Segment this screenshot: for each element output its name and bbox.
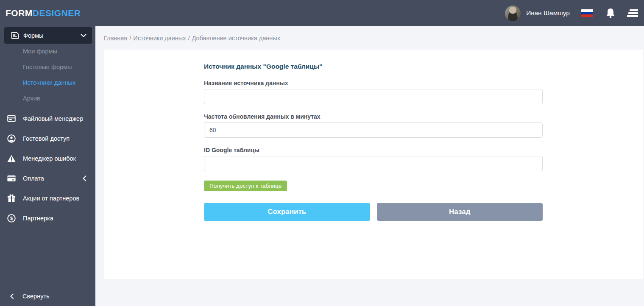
page-title: Источник данных "Google таблицы" (204, 63, 543, 70)
sidebar-item-label: Партнерка (23, 215, 53, 222)
chevron-down-icon (81, 33, 86, 37)
save-button[interactable]: Сохранить (204, 203, 370, 221)
forms-submenu: Мои формы Гостевые формы Источники данны… (0, 44, 95, 106)
sidebar-subitem-my-forms[interactable]: Мои формы (0, 44, 95, 59)
gift-icon (7, 194, 16, 202)
breadcrumb-link-data-sources[interactable]: Источники данных (133, 35, 186, 42)
file-manager-icon (7, 115, 16, 122)
sidebar: Формы Мои формы Гостевые формы Источники… (0, 26, 95, 306)
sidebar-item-label: Файловый менеджер (23, 115, 83, 122)
field-label-refresh-rate: Частота обновления данных в минутах (204, 113, 543, 120)
topbar-right-cluster: Иван Шамшур (505, 6, 644, 21)
sidebar-item-label: Акции от партнеров (23, 195, 79, 202)
source-name-input[interactable] (204, 89, 543, 104)
hamburger-menu-icon[interactable] (627, 9, 638, 17)
error-manager-icon (7, 155, 16, 162)
sidebar-item-error-manager[interactable]: Менеджер ошибок (0, 148, 95, 168)
chevron-left-icon (83, 175, 86, 181)
breadcrumb-current: Добавление источника данных (192, 35, 280, 42)
form-card: Источник данных "Google таблицы" Названи… (104, 50, 643, 279)
language-flag-russia[interactable] (581, 9, 593, 17)
notifications-bell-icon[interactable] (606, 8, 615, 19)
field-label-google-sheet-id: ID Google таблицы (204, 147, 543, 153)
refresh-rate-input[interactable] (204, 122, 543, 138)
affiliate-dollar-icon: $ (7, 214, 16, 223)
sidebar-item-label: Оплата (23, 175, 44, 182)
sidebar-item-payment[interactable]: Оплата (0, 168, 95, 188)
sidebar-item-partner-promos[interactable]: Акции от партнеров (0, 188, 95, 208)
sidebar-item-label: Гостевой доступ (23, 135, 70, 142)
breadcrumb-link-home[interactable]: Главная (104, 35, 127, 42)
field-label-source-name: Название источника данных (204, 80, 543, 86)
form-actions: Сохранить Назад (204, 203, 543, 221)
app-logo[interactable]: FORMDESIGNER (6, 8, 81, 18)
google-sheet-id-input[interactable] (204, 156, 543, 171)
sidebar-subitem-archive[interactable]: Архив (0, 91, 95, 106)
sidebar-item-guest-access[interactable]: Гостевой доступ (0, 128, 95, 148)
user-avatar[interactable] (505, 6, 521, 21)
sidebar-items: Файловый менеджер Гостевой доступ Ме (0, 108, 95, 228)
sidebar-item-file-manager[interactable]: Файловый менеджер (0, 108, 95, 128)
sidebar-item-label: Формы (23, 32, 44, 39)
sidebar-subitem-guest-forms[interactable]: Гостевые формы (0, 59, 95, 75)
flag-stripe-red (581, 14, 593, 17)
collapse-label: Свернуть (22, 293, 50, 300)
sidebar-collapse-button[interactable]: Свернуть (0, 286, 95, 306)
main-content: Главная/Источники данных/Добавление исто… (95, 26, 644, 306)
breadcrumb-separator: / (129, 35, 131, 42)
sidebar-item-label: Менеджер ошибок (23, 155, 76, 162)
guest-access-icon (7, 134, 16, 143)
sidebar-subitem-data-sources[interactable]: Источники данных (0, 75, 95, 91)
logo-text-designer: DESIGNER (33, 8, 81, 18)
logo-text-form: FORM (6, 8, 33, 18)
payment-card-icon (7, 175, 16, 182)
breadcrumb: Главная/Источники данных/Добавление исто… (95, 26, 644, 50)
sidebar-item-forms[interactable]: Формы (4, 27, 92, 44)
chevron-left-icon (10, 293, 14, 299)
user-name[interactable]: Иван Шамшур (526, 9, 570, 17)
breadcrumb-separator: / (188, 35, 190, 42)
form-icon (11, 32, 19, 39)
back-button[interactable]: Назад (377, 203, 543, 221)
topbar: FORMDESIGNER Иван Шамшур (0, 0, 644, 26)
sidebar-item-affiliate[interactable]: $ Партнерка (0, 208, 95, 228)
svg-text:$: $ (10, 215, 13, 220)
get-table-access-button[interactable]: Получить доступ к таблице (204, 181, 287, 191)
